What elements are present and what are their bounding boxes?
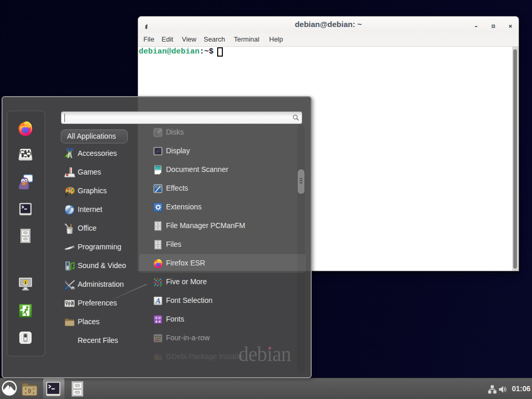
svg-text:a: a xyxy=(158,319,161,324)
svg-text:a: a xyxy=(155,319,157,324)
svg-text:A: A xyxy=(155,297,161,305)
